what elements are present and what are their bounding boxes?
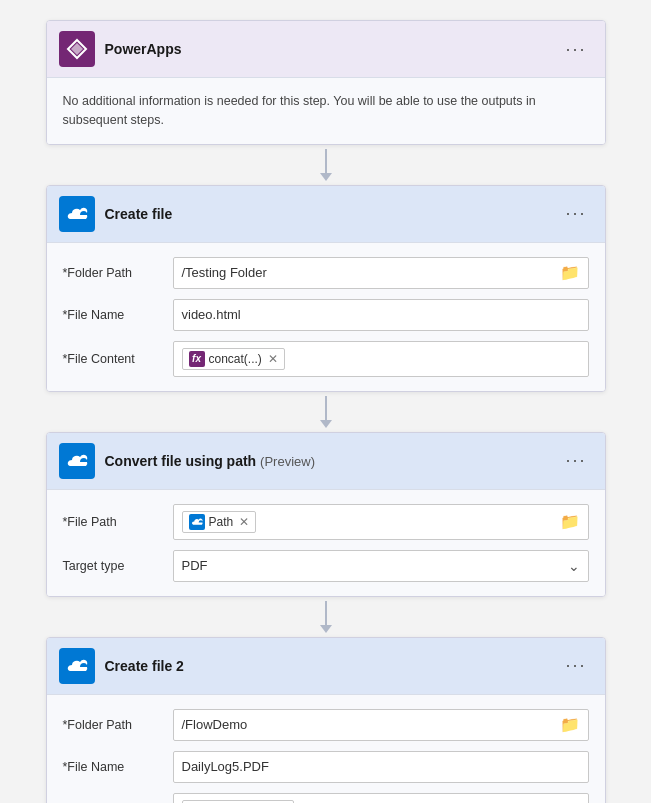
onedrive-icon-3 <box>66 657 88 675</box>
field-row-folder-path-1: *Folder Path /Testing Folder 📁 <box>63 257 589 289</box>
step-header-convert-file[interactable]: Convert file using path (Preview) ··· <box>47 433 605 489</box>
file-name-value-1: video.html <box>182 307 580 322</box>
connector-line-1 <box>325 149 327 173</box>
field-label-target-type: Target type <box>63 559 163 573</box>
step-body-create-file: *Folder Path /Testing Folder 📁 *File Nam… <box>47 242 605 391</box>
step-description-powerapps: No additional information is needed for … <box>63 92 589 130</box>
step-title-powerapps: PowerApps <box>105 41 550 57</box>
step-menu-convert-file[interactable]: ··· <box>559 448 592 473</box>
field-input-folder-path-2[interactable]: /FlowDemo 📁 <box>173 709 589 741</box>
field-input-file-content-1[interactable]: fx concat(...) ✕ <box>173 341 589 377</box>
file-name-value-2: DailyLog5.PDF <box>182 759 580 774</box>
onedrive-step-icon-1 <box>59 196 95 232</box>
step-title-convert-file: Convert file using path (Preview) <box>105 453 550 469</box>
step-title-create-file: Create file <box>105 206 550 222</box>
step-create-file-2: Create file 2 ··· *Folder Path /FlowDemo… <box>46 637 606 804</box>
field-row-file-content-1: *File Content fx concat(...) ✕ <box>63 341 589 377</box>
field-row-file-content-2: *File Content File content ✕ <box>63 793 589 804</box>
powerapps-icon <box>66 38 88 60</box>
step-header-powerapps[interactable]: PowerApps ··· <box>47 21 605 77</box>
token-path-label: Path <box>209 515 234 529</box>
step-body-create-file-2: *Folder Path /FlowDemo 📁 *File Name Dail… <box>47 694 605 804</box>
step-header-create-file[interactable]: Create file ··· <box>47 186 605 242</box>
field-input-file-name-1[interactable]: video.html <box>173 299 589 331</box>
token-file-content: File content ✕ <box>182 800 294 804</box>
step-create-file: Create file ··· *Folder Path /Testing Fo… <box>46 185 606 392</box>
convert-title-text: Convert file using path <box>105 453 257 469</box>
step-title-create-file-2: Create file 2 <box>105 658 550 674</box>
connector-line-2 <box>325 396 327 420</box>
folder-icon-3[interactable]: 📁 <box>560 715 580 734</box>
powerapps-step-icon <box>59 31 95 67</box>
field-label-file-path: *File Path <box>63 515 163 529</box>
connector-1 <box>320 145 332 185</box>
field-row-file-name-2: *File Name DailyLog5.PDF <box>63 751 589 783</box>
connector-arrowhead-1 <box>320 173 332 181</box>
token-concat: fx concat(...) ✕ <box>182 348 285 370</box>
step-menu-create-file[interactable]: ··· <box>559 201 592 226</box>
connector-3 <box>320 597 332 637</box>
onedrive-icon-2 <box>66 452 88 470</box>
token-concat-label: concat(...) <box>209 352 262 366</box>
token-path: Path ✕ <box>182 511 257 533</box>
step-header-create-file-2[interactable]: Create file 2 ··· <box>47 638 605 694</box>
folder-path-value-2: /FlowDemo <box>182 717 580 732</box>
onedrive-token-icon <box>191 517 203 527</box>
field-input-file-content-2[interactable]: File content ✕ <box>173 793 589 804</box>
step-body-convert-file: *File Path Path ✕ 📁 Tar <box>47 489 605 596</box>
connector-2 <box>320 392 332 432</box>
field-label-folder-path-2: *Folder Path <box>63 718 163 732</box>
onedrive-path-token-icon <box>189 514 205 530</box>
preview-badge: (Preview) <box>260 454 315 469</box>
token-path-close[interactable]: ✕ <box>239 515 249 529</box>
field-row-folder-path-2: *Folder Path /FlowDemo 📁 <box>63 709 589 741</box>
field-label-file-name-2: *File Name <box>63 760 163 774</box>
step-convert-file: Convert file using path (Preview) ··· *F… <box>46 432 606 597</box>
field-row-file-name-1: *File Name video.html <box>63 299 589 331</box>
connector-line-3 <box>325 601 327 625</box>
field-input-file-name-2[interactable]: DailyLog5.PDF <box>173 751 589 783</box>
onedrive-step-icon-3 <box>59 648 95 684</box>
field-input-file-path[interactable]: Path ✕ 📁 <box>173 504 589 540</box>
token-concat-close[interactable]: ✕ <box>268 352 278 366</box>
connector-arrowhead-2 <box>320 420 332 428</box>
select-value-target-type: PDF <box>182 558 208 573</box>
folder-icon-2[interactable]: 📁 <box>560 512 580 531</box>
field-label-file-name-1: *File Name <box>63 308 163 322</box>
onedrive-icon-1 <box>66 205 88 223</box>
step-menu-create-file-2[interactable]: ··· <box>559 653 592 678</box>
folder-path-value-1: /Testing Folder <box>182 265 580 280</box>
field-row-file-path: *File Path Path ✕ 📁 <box>63 504 589 540</box>
field-select-target-type[interactable]: PDF ⌄ <box>173 550 589 582</box>
fx-token-icon: fx <box>189 351 205 367</box>
folder-icon-1[interactable]: 📁 <box>560 263 580 282</box>
step-body-powerapps: No additional information is needed for … <box>47 77 605 144</box>
onedrive-step-icon-2 <box>59 443 95 479</box>
field-label-folder-path-1: *Folder Path <box>63 266 163 280</box>
connector-arrowhead-3 <box>320 625 332 633</box>
chevron-down-icon: ⌄ <box>568 558 580 574</box>
field-label-file-content-1: *File Content <box>63 352 163 366</box>
step-menu-powerapps[interactable]: ··· <box>559 37 592 62</box>
step-powerapps: PowerApps ··· No additional information … <box>46 20 606 145</box>
field-row-target-type: Target type PDF ⌄ <box>63 550 589 582</box>
flow-container: PowerApps ··· No additional information … <box>20 20 631 803</box>
field-input-folder-path-1[interactable]: /Testing Folder 📁 <box>173 257 589 289</box>
